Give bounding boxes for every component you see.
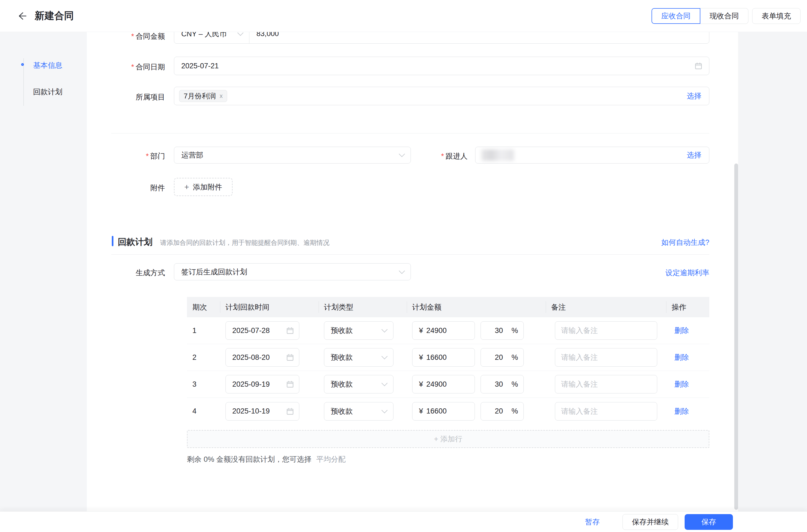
add-row-button[interactable]: + 添加行	[187, 430, 709, 448]
period-number: 4	[192, 407, 197, 415]
plan-amount-input[interactable]: ¥ 16600	[412, 402, 475, 421]
currency-select[interactable]: CNY – 人民币	[174, 32, 250, 43]
plan-date-input[interactable]: 2025-09-19	[225, 375, 299, 394]
contract-date-label: 合同日期	[87, 62, 165, 72]
delete-row-link[interactable]: 删除	[674, 406, 689, 416]
plan-amount-value: 16600	[426, 407, 447, 415]
plan-table-row: 3 2025-09-19 预收款 ¥ 24900	[187, 371, 709, 398]
sidebar-item-basic-info[interactable]: 基本信息	[33, 60, 62, 70]
header-actions: 应收合同 现收合同 表单填充	[652, 8, 801, 24]
col-header-period: 期次	[187, 297, 220, 317]
receivable-contract-tab[interactable]: 应收合同	[652, 8, 700, 24]
plan-table-row: 1 2025-07-28 预收款 ¥ 24900	[187, 317, 709, 344]
plan-date-input[interactable]: 2025-07-28	[225, 321, 299, 340]
save-button[interactable]: 保存	[685, 514, 733, 530]
back-button[interactable]	[16, 10, 28, 22]
follower-label: 跟进人	[389, 151, 467, 161]
plan-date-input[interactable]: 2025-10-19	[225, 402, 299, 421]
remaining-text: 剩余 0% 金额没有回款计划，您可选择	[187, 455, 312, 463]
plan-amount-input[interactable]: ¥ 24900	[412, 321, 475, 340]
period-number: 2	[192, 353, 197, 362]
contract-date-field[interactable]: 2025-07-21	[174, 57, 709, 75]
sidebar-item-payment-plan[interactable]: 回款计划	[33, 87, 62, 97]
how-auto-generate-link[interactable]: 如何自动生成?	[661, 238, 709, 247]
set-overdue-rate-link[interactable]: 设定逾期利率	[665, 268, 709, 278]
plan-note-input[interactable]: 请输入备注	[555, 348, 657, 366]
plan-amount-value: 16600	[426, 353, 447, 362]
plan-amount-input[interactable]: ¥ 24900	[412, 375, 475, 394]
plan-note-input[interactable]: 请输入备注	[555, 402, 657, 421]
calendar-icon	[286, 380, 294, 388]
plan-section-subtitle: 请添加合同的回款计划，用于智能提醒合同到期、逾期情况	[160, 238, 329, 247]
currency-value: CNY – 人民币	[181, 32, 227, 39]
form-fill-button[interactable]: 表单填充	[752, 8, 801, 24]
plan-type-select[interactable]: 预收款	[324, 321, 393, 340]
plan-type-select[interactable]: 预收款	[324, 375, 393, 394]
delete-row-link[interactable]: 删除	[674, 326, 689, 336]
plan-type-select[interactable]: 预收款	[324, 402, 393, 421]
department-select[interactable]: 运营部	[174, 147, 411, 164]
chevron-down-icon	[382, 326, 388, 333]
plan-type-select[interactable]: 预收款	[324, 348, 393, 366]
calendar-icon	[286, 353, 294, 361]
table-header-row: 期次 计划回款时间 计划类型 计划金额 备注 操作	[187, 297, 709, 317]
plan-percent-value: 30	[486, 326, 512, 335]
cash-contract-tab[interactable]: 现收合同	[700, 8, 748, 24]
plan-percent-value: 30	[486, 380, 512, 388]
plan-percent-input[interactable]: 20 %	[480, 402, 524, 421]
tag-remove-icon[interactable]: x	[220, 93, 222, 99]
save-draft-link[interactable]: 暂存	[585, 517, 600, 527]
col-header-date: 计划回款时间	[220, 297, 318, 317]
plan-percent-input[interactable]: 30 %	[480, 375, 524, 394]
percent-symbol: %	[512, 326, 518, 335]
calendar-icon	[286, 407, 294, 415]
plan-note-input[interactable]: 请输入备注	[555, 375, 657, 394]
generate-mode-label: 生成方式	[87, 268, 165, 278]
page-gutter	[738, 32, 807, 511]
currency-symbol: ¥	[419, 407, 423, 415]
period-number: 1	[192, 326, 197, 335]
project-label: 所属项目	[87, 92, 165, 102]
note-placeholder: 请输入备注	[561, 406, 598, 416]
chevron-down-icon	[399, 268, 405, 274]
add-attachment-button[interactable]: + 添加附件	[174, 178, 233, 196]
follower-field[interactable]: 选择	[475, 147, 709, 164]
note-placeholder: 请输入备注	[561, 326, 598, 336]
delete-row-link[interactable]: 删除	[674, 379, 689, 389]
plan-type-value: 预收款	[331, 326, 353, 336]
section-divider	[111, 133, 709, 133]
average-distribute-link[interactable]: 平均分配	[316, 455, 346, 463]
plan-percent-input[interactable]: 30 %	[480, 321, 524, 340]
anchor-sidebar: 基本信息 回款计划	[0, 32, 87, 511]
follower-value-redacted	[481, 149, 514, 161]
section-accent-bar	[112, 236, 113, 246]
vertical-scrollbar[interactable]	[734, 164, 738, 510]
page-title: 新建合同	[35, 9, 74, 22]
project-select-link[interactable]: 选择	[687, 91, 701, 101]
save-and-continue-button[interactable]: 保存并继续	[623, 514, 678, 530]
note-placeholder: 请输入备注	[561, 379, 598, 389]
currency-symbol: ¥	[419, 380, 423, 388]
plan-note-input[interactable]: 请输入备注	[555, 321, 657, 340]
project-field[interactable]: 7月份利润 x 选择	[174, 87, 709, 105]
bottom-action-bar: 暂存 保存并继续 保存	[0, 511, 807, 532]
plan-date-input[interactable]: 2025-08-20	[225, 348, 299, 366]
amount-input[interactable]: 83,000	[250, 32, 279, 38]
plus-icon: +	[184, 183, 189, 192]
plan-percent-input[interactable]: 20 %	[480, 348, 524, 366]
plan-percent-value: 20	[486, 353, 512, 362]
col-header-type: 计划类型	[318, 297, 407, 317]
generate-mode-select[interactable]: 签订后生成回款计划	[174, 263, 411, 280]
plan-type-value: 预收款	[331, 353, 353, 362]
follower-select-link[interactable]: 选择	[687, 150, 701, 160]
delete-row-link[interactable]: 删除	[674, 353, 689, 362]
table-body: 1 2025-07-28 预收款 ¥ 24900	[187, 317, 709, 425]
plan-amount-input[interactable]: ¥ 16600	[412, 348, 475, 366]
chevron-down-icon	[382, 380, 388, 386]
plan-type-value: 预收款	[331, 379, 353, 389]
col-header-action: 操作	[666, 297, 709, 317]
payment-plan-table: 期次 计划回款时间 计划类型 计划金额 备注 操作 1 2025-07-28 预…	[187, 297, 709, 425]
period-number: 3	[192, 380, 197, 388]
plan-date-value: 2025-07-28	[232, 326, 270, 335]
plan-date-value: 2025-08-20	[232, 353, 270, 362]
